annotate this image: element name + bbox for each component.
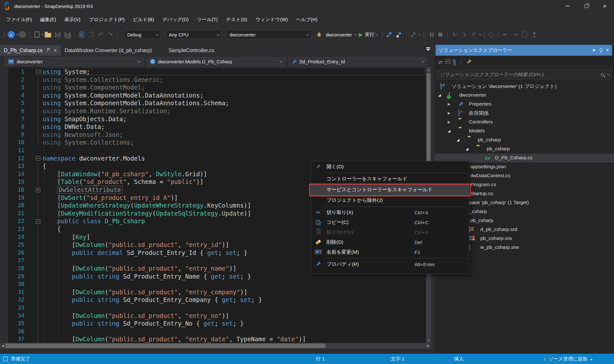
background-tasks-icon[interactable] [3, 357, 8, 361]
new-file-button[interactable] [33, 30, 41, 39]
menu-item[interactable]: 編集(E) [36, 15, 60, 25]
rebuild-button[interactable] [395, 30, 403, 39]
open-file-button[interactable] [44, 30, 52, 39]
decrease-indent-button[interactable]: ⇤ [501, 30, 510, 39]
horizontal-scrollbar-thumb[interactable] [6, 344, 326, 348]
tree-item[interactable]: ◢Models [435, 127, 614, 136]
tree-item[interactable]: ソリューション 'dwconverter' (1 プロジェクト) [435, 82, 614, 91]
info-button[interactable]: i [487, 30, 495, 39]
build-button[interactable] [385, 30, 394, 39]
window-position-button[interactable]: ▼ [592, 48, 596, 53]
fold-column[interactable]: − [24, 154, 43, 162]
tab[interactable]: D_Pb_Csharp.cs× [0, 45, 61, 56]
collapse-region-icon[interactable]: − [36, 156, 40, 161]
editor-horizontal-scrollbar[interactable]: ◀ ▶ [0, 343, 431, 349]
copy-file-button[interactable] [77, 30, 86, 39]
status-column-indicator[interactable]: 文字 1 [391, 356, 405, 362]
toolbar-grip[interactable] [4, 31, 5, 38]
status-insert-mode[interactable]: 挿入 [454, 356, 464, 362]
properties-button[interactable] [467, 59, 472, 65]
menu-item[interactable]: ツール(T) [193, 15, 222, 25]
restore-button[interactable] [577, 0, 595, 12]
step-into-button[interactable]: ↴ [460, 30, 468, 39]
pin-button[interactable] [600, 48, 602, 53]
fold-column[interactable]: − [24, 217, 43, 225]
menu-item[interactable]: ファイル(F) [2, 15, 36, 25]
search-options-icon[interactable] [607, 73, 609, 75]
run-options-icon[interactable] [376, 33, 378, 35]
add-to-source-control-button[interactable]: ↑ ソース管理に追加 ▲ [544, 356, 593, 362]
tree-item[interactable]: ◢pb_csharp [435, 136, 614, 145]
sync-with-active-document-button[interactable]: ⇄ [438, 59, 442, 65]
save-button[interactable] [53, 30, 62, 39]
close-panel-button[interactable]: × [606, 47, 609, 53]
scroll-down-icon[interactable]: ▼ [426, 338, 431, 343]
menu-item[interactable]: テスト(S) [222, 15, 251, 25]
startup-project-selector[interactable]: dwconverter [326, 32, 356, 37]
build-solution-button[interactable] [409, 30, 418, 39]
comment-button[interactable] [521, 30, 529, 39]
member-dropdown[interactable]: Sd_Product_Entry_Id [288, 57, 427, 66]
context-menu-item[interactable]: ✂切り取り(X)Ctrl+X [311, 208, 469, 218]
context-menu-item[interactable]: 名前を変更(M)F2 [311, 247, 469, 257]
fold-column[interactable]: − [24, 68, 43, 76]
pause-button[interactable] [427, 30, 435, 39]
scroll-right-icon[interactable]: ▶ [425, 343, 431, 349]
tree-item[interactable]: ▶Controllers [435, 118, 614, 127]
tree-item[interactable]: ▶Properties [435, 100, 614, 109]
expand-region-icon[interactable]: + [36, 188, 40, 192]
show-all-files-button[interactable] [453, 59, 455, 65]
debug-steps-dropdown-icon[interactable] [479, 33, 481, 35]
run-button[interactable]: ▶ 実行 [359, 31, 374, 38]
save-all-button[interactable] [63, 30, 71, 39]
tab[interactable]: SampleController.cs [165, 45, 227, 56]
increase-indent-button[interactable]: ⇥ [511, 30, 519, 39]
collapse-arrow-icon[interactable]: ◢ [457, 138, 459, 142]
menu-item[interactable]: プロジェクト(P) [85, 15, 129, 25]
tree-item[interactable]: ◢pb_csharp [435, 145, 614, 154]
tree-item[interactable]: ◢dwconverter [435, 91, 614, 100]
collapse-arrow-icon[interactable]: ◢ [438, 93, 441, 97]
tab[interactable]: DataWindow Converter (d_pb_csharp) [61, 45, 165, 56]
paste-button[interactable] [87, 30, 95, 39]
context-menu-item[interactable]: 削除(D)Del [311, 237, 469, 247]
pin-tab-icon[interactable] [46, 48, 51, 53]
close-tab-icon[interactable]: × [54, 47, 57, 54]
redo-button[interactable]: ↷ [106, 30, 114, 39]
scroll-up-icon[interactable]: ▲ [426, 67, 431, 72]
undo-button[interactable]: ↶ [97, 30, 105, 39]
step-out-button[interactable]: ↱ [470, 30, 478, 39]
fold-column[interactable]: + [24, 186, 43, 194]
project-dropdown[interactable]: C# dwconverter [4, 57, 143, 66]
context-menu-item[interactable]: プロパティ(R)Alt+Enter [311, 259, 469, 269]
solution-explorer-title-bar[interactable]: ソリューションエクスプローラー ▼ × [436, 45, 612, 56]
collapse-region-icon[interactable]: − [36, 219, 40, 224]
toolbar-grip[interactable] [382, 31, 383, 38]
collapse-region-icon[interactable]: − [36, 70, 40, 74]
navigate-back-button[interactable]: ‹ [7, 30, 15, 39]
toolbar-overflow-button[interactable]: » [530, 30, 539, 39]
restart-button[interactable]: ↻ [451, 30, 459, 39]
context-menu-item[interactable]: コントローラーをスキャフォールド [311, 174, 469, 184]
expand-arrow-icon[interactable]: ▶ [448, 102, 450, 106]
expand-arrow-icon[interactable]: ▶ [448, 120, 450, 124]
minimize-button[interactable] [558, 0, 577, 12]
build-dropdown-icon[interactable] [418, 33, 421, 35]
menu-item[interactable]: ウィンドウ(W) [251, 15, 292, 25]
collapse-arrow-icon[interactable]: ◢ [448, 129, 450, 133]
context-menu-item[interactable]: 貼り付け(V)Ctrl+V [311, 227, 469, 237]
context-menu-item[interactable]: プロジェクトから除外(J) [311, 195, 469, 205]
type-dropdown[interactable]: C dwconverter.Models.D_Pb_Csharp [146, 57, 285, 66]
collapse-arrow-icon[interactable]: ◢ [466, 147, 468, 151]
status-line-indicator[interactable]: 行 1 [316, 356, 325, 362]
close-button[interactable]: × [595, 0, 614, 12]
context-menu-item[interactable]: コピー(C)Ctrl+C [311, 218, 469, 227]
collapse-all-button[interactable] [445, 59, 450, 65]
startup-project-combo[interactable]: dwconverter [227, 30, 311, 39]
stop-button[interactable] [436, 30, 445, 39]
tree-item[interactable]: ▶依存関係 [435, 109, 614, 118]
toolbar-grip[interactable] [423, 31, 424, 38]
solution-search-input[interactable]: ソリューションエクスプローラーの検索 (Ctrl+;) [437, 70, 611, 79]
solution-configuration-combo[interactable]: Debug [124, 30, 161, 39]
menu-item[interactable]: ビルド(B) [129, 15, 158, 25]
